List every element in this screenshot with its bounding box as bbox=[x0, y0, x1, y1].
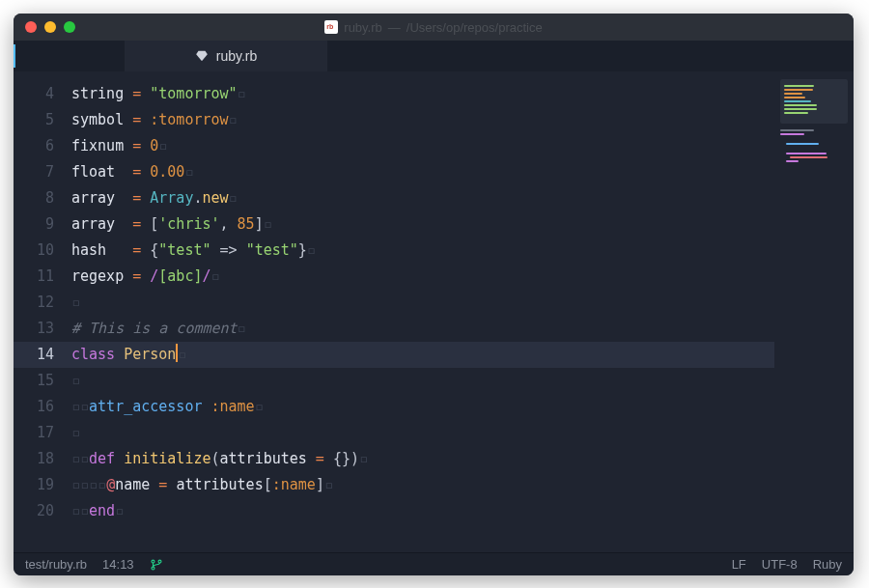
line-19: 19▫▫▫▫@name = attributes[:name]▫ bbox=[14, 472, 774, 498]
line-18: 18▫▫def initialize(attributes = {})▫ bbox=[14, 446, 774, 472]
line-17: 17▫ bbox=[14, 420, 774, 446]
svg-point-2 bbox=[158, 560, 161, 563]
gutter-line-number: 10 bbox=[14, 238, 71, 264]
gutter-line-number: 16 bbox=[14, 394, 71, 420]
gutter-line-number: 4 bbox=[14, 81, 71, 107]
line-6: 6fixnum = 0▫ bbox=[14, 133, 774, 159]
line-5: 5symbol = :tomorrow▫ bbox=[14, 107, 774, 133]
status-line-ending[interactable]: LF bbox=[732, 557, 746, 572]
gutter-line-number: 20 bbox=[14, 498, 71, 524]
line-8: 8array = Array.new▫ bbox=[14, 185, 774, 211]
line-7: 7float = 0.00▫ bbox=[14, 159, 774, 185]
line-16: 16▫▫attr_accessor :name▫ bbox=[14, 394, 774, 420]
status-bar: test/ruby.rb 14:13 LF UTF-8 Ruby bbox=[14, 552, 854, 575]
maximize-window-button[interactable] bbox=[64, 21, 75, 33]
title-filename: ruby.rb bbox=[344, 20, 382, 35]
gutter-line-number: 5 bbox=[14, 107, 71, 133]
tab-bar: ruby.rb bbox=[14, 41, 854, 71]
code-editor[interactable]: 4string = "tomorrow"▫ 5symbol = :tomorro… bbox=[14, 71, 774, 552]
git-branch-icon bbox=[150, 558, 163, 572]
minimap-viewport bbox=[780, 79, 848, 124]
line-11: 11regexp = /[abc]/▫ bbox=[14, 264, 774, 290]
gutter-line-number: 7 bbox=[14, 159, 71, 185]
titlebar: ruby.rb — /Users/op/repos/practice bbox=[14, 14, 854, 41]
gutter-line-number: 12 bbox=[14, 290, 71, 316]
minimize-window-button[interactable] bbox=[44, 21, 56, 33]
status-filepath[interactable]: test/ruby.rb bbox=[25, 557, 87, 572]
tab-ruby-rb[interactable]: ruby.rb bbox=[125, 41, 327, 71]
gutter-line-number: 9 bbox=[14, 211, 71, 238]
window-title: ruby.rb — /Users/op/repos/practice bbox=[14, 20, 854, 35]
status-language[interactable]: Ruby bbox=[813, 557, 842, 572]
line-13: 13# This is a comment▫ bbox=[14, 316, 774, 342]
ruby-file-icon bbox=[324, 20, 338, 34]
gutter-line-number: 13 bbox=[14, 316, 71, 342]
gutter-line-number: 15 bbox=[14, 368, 71, 394]
line-20: 20▫▫end▫ bbox=[14, 498, 774, 524]
close-window-button[interactable] bbox=[25, 21, 37, 33]
line-9: 9array = ['chris', 85]▫ bbox=[14, 211, 774, 238]
gutter-line-number: 14 bbox=[14, 342, 71, 368]
ruby-diamond-icon bbox=[195, 49, 209, 63]
line-15: 15▫ bbox=[14, 368, 774, 394]
minimap[interactable] bbox=[774, 71, 854, 552]
line-4: 4string = "tomorrow"▫ bbox=[14, 81, 774, 107]
line-12: 12▫ bbox=[14, 290, 774, 316]
gutter-line-number: 6 bbox=[14, 133, 71, 159]
gutter-line-number: 17 bbox=[14, 420, 71, 446]
gutter-line-number: 11 bbox=[14, 264, 71, 290]
gutter-line-number: 8 bbox=[14, 185, 71, 211]
tab-label: ruby.rb bbox=[216, 48, 258, 64]
status-encoding[interactable]: UTF-8 bbox=[762, 557, 798, 572]
gutter-line-number: 19 bbox=[14, 472, 71, 498]
svg-point-0 bbox=[152, 560, 154, 563]
status-cursor-position[interactable]: 14:13 bbox=[102, 557, 134, 572]
app-window: ruby.rb — /Users/op/repos/practice ruby.… bbox=[14, 14, 854, 575]
traffic-lights bbox=[25, 21, 75, 33]
svg-point-1 bbox=[152, 567, 154, 570]
editor-pane: 4string = "tomorrow"▫ 5symbol = :tomorro… bbox=[14, 71, 854, 552]
title-path: /Users/op/repos/practice bbox=[406, 20, 543, 35]
line-10: 10hash = {"test" => "test"}▫ bbox=[14, 238, 774, 264]
gutter-line-number: 18 bbox=[14, 446, 71, 472]
line-14-current: 14class Person▫ bbox=[14, 342, 774, 368]
